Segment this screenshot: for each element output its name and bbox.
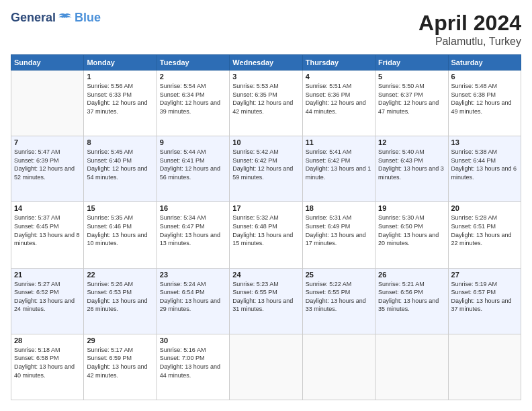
sunrise-text: Sunrise: 5:26 AM: [87, 281, 133, 287]
sunset-text: Sunset: 6:38 PM: [451, 91, 496, 98]
logo-general: General: [11, 11, 56, 25]
sunrise-text: Sunrise: 5:44 AM: [160, 148, 206, 155]
day-info: Sunrise: 5:41 AM Sunset: 6:42 PM Dayligh…: [306, 148, 372, 181]
table-row: 2 Sunrise: 5:54 AM Sunset: 6:34 PM Dayli…: [157, 71, 229, 136]
table-row: 27 Sunrise: 5:19 AM Sunset: 6:57 PM Dayl…: [448, 268, 521, 334]
sunset-text: Sunset: 6:59 PM: [87, 355, 132, 361]
day-number: 9: [160, 138, 226, 146]
sunrise-text: Sunrise: 5:24 AM: [160, 281, 206, 287]
day-info: Sunrise: 5:16 AM Sunset: 7:00 PM Dayligh…: [160, 346, 226, 379]
daylight-text: Daylight: 12 hours and 39 minutes.: [160, 99, 220, 115]
day-info: Sunrise: 5:50 AM Sunset: 6:37 PM Dayligh…: [378, 82, 445, 116]
day-info: Sunrise: 5:30 AM Sunset: 6:50 PM Dayligh…: [378, 214, 445, 247]
sunrise-text: Sunrise: 5:22 AM: [306, 281, 352, 287]
daylight-text: Daylight: 13 hours and 13 minutes.: [160, 232, 220, 247]
daylight-text: Daylight: 13 hours and 29 minutes.: [160, 298, 220, 313]
day-info: Sunrise: 5:56 AM Sunset: 6:33 PM Dayligh…: [87, 82, 153, 116]
sunrise-text: Sunrise: 5:37 AM: [14, 214, 60, 221]
day-info: Sunrise: 5:40 AM Sunset: 6:43 PM Dayligh…: [378, 148, 445, 181]
daylight-text: Daylight: 13 hours and 6 minutes.: [451, 165, 517, 181]
day-number: 27: [451, 271, 518, 279]
daylight-text: Daylight: 13 hours and 26 minutes.: [87, 298, 147, 313]
calendar-week-row: 14 Sunrise: 5:37 AM Sunset: 6:45 PM Dayl…: [11, 202, 521, 268]
table-row: [448, 334, 521, 400]
day-info: Sunrise: 5:47 AM Sunset: 6:39 PM Dayligh…: [14, 148, 81, 181]
day-number: 5: [378, 73, 445, 81]
table-row: [302, 334, 375, 400]
day-info: Sunrise: 5:18 AM Sunset: 6:58 PM Dayligh…: [14, 346, 81, 379]
sunset-text: Sunset: 6:55 PM: [306, 289, 351, 295]
col-thursday: Thursday: [302, 55, 375, 71]
table-row: 13 Sunrise: 5:38 AM Sunset: 6:44 PM Dayl…: [448, 136, 521, 202]
sunrise-text: Sunrise: 5:21 AM: [378, 281, 425, 287]
day-number: 18: [306, 204, 372, 212]
sunrise-text: Sunrise: 5:51 AM: [306, 83, 352, 89]
daylight-text: Daylight: 12 hours and 47 minutes.: [378, 99, 439, 115]
day-number: 1: [87, 73, 153, 81]
sunrise-text: Sunrise: 5:50 AM: [378, 83, 425, 89]
table-row: 3 Sunrise: 5:53 AM Sunset: 6:35 PM Dayli…: [230, 71, 302, 136]
daylight-text: Daylight: 13 hours and 8 minutes.: [14, 232, 80, 247]
day-number: 29: [87, 336, 153, 345]
calendar-week-row: 28 Sunrise: 5:18 AM Sunset: 6:58 PM Dayl…: [11, 334, 521, 400]
calendar-header-row: Sunday Monday Tuesday Wednesday Thursday…: [11, 55, 521, 71]
table-row: 5 Sunrise: 5:50 AM Sunset: 6:37 PM Dayli…: [375, 71, 448, 136]
sunset-text: Sunset: 6:37 PM: [378, 91, 423, 98]
daylight-text: Daylight: 13 hours and 10 minutes.: [87, 232, 147, 247]
logo: General Blue: [11, 11, 101, 25]
sunset-text: Sunset: 6:40 PM: [87, 157, 132, 164]
sunset-text: Sunset: 7:00 PM: [160, 355, 205, 361]
daylight-text: Daylight: 13 hours and 22 minutes.: [451, 232, 512, 247]
sunrise-text: Sunrise: 5:34 AM: [160, 214, 206, 221]
table-row: 14 Sunrise: 5:37 AM Sunset: 6:45 PM Dayl…: [11, 202, 84, 268]
title-block: April 2024 Palamutlu, Turkey: [418, 11, 521, 48]
sunrise-text: Sunrise: 5:54 AM: [160, 83, 206, 89]
daylight-text: Daylight: 12 hours and 56 minutes.: [160, 165, 220, 181]
sunrise-text: Sunrise: 5:28 AM: [451, 214, 498, 221]
daylight-text: Daylight: 12 hours and 59 minutes.: [232, 165, 293, 181]
daylight-text: Daylight: 12 hours and 37 minutes.: [87, 99, 147, 115]
daylight-text: Daylight: 13 hours and 35 minutes.: [378, 298, 439, 313]
daylight-text: Daylight: 13 hours and 3 minutes.: [378, 165, 444, 181]
day-info: Sunrise: 5:21 AM Sunset: 6:56 PM Dayligh…: [378, 280, 445, 314]
sunrise-text: Sunrise: 5:31 AM: [306, 214, 352, 221]
logo-blue: Blue: [75, 11, 101, 25]
day-number: 26: [378, 271, 445, 279]
sunset-text: Sunset: 6:56 PM: [378, 289, 423, 295]
sunset-text: Sunset: 6:41 PM: [160, 157, 205, 164]
day-info: Sunrise: 5:28 AM Sunset: 6:51 PM Dayligh…: [451, 214, 518, 247]
sunrise-text: Sunrise: 5:45 AM: [87, 148, 133, 155]
col-saturday: Saturday: [448, 55, 521, 71]
calendar-table: Sunday Monday Tuesday Wednesday Thursday…: [11, 54, 521, 400]
daylight-text: Daylight: 13 hours and 17 minutes.: [306, 232, 366, 247]
sunset-text: Sunset: 6:46 PM: [87, 223, 132, 230]
header: General Blue April 2024 Palamutlu, Turke…: [11, 11, 521, 48]
sunrise-text: Sunrise: 5:27 AM: [14, 281, 60, 287]
daylight-text: Daylight: 13 hours and 42 minutes.: [87, 363, 147, 379]
sunset-text: Sunset: 6:55 PM: [232, 289, 277, 295]
sunrise-text: Sunrise: 5:41 AM: [306, 148, 352, 155]
day-number: 21: [14, 271, 81, 279]
daylight-text: Daylight: 12 hours and 42 minutes.: [232, 99, 293, 115]
sunrise-text: Sunrise: 5:38 AM: [451, 148, 498, 155]
table-row: 7 Sunrise: 5:47 AM Sunset: 6:39 PM Dayli…: [11, 136, 84, 202]
day-number: 11: [306, 138, 372, 146]
table-row: 20 Sunrise: 5:28 AM Sunset: 6:51 PM Dayl…: [448, 202, 521, 268]
day-info: Sunrise: 5:48 AM Sunset: 6:38 PM Dayligh…: [451, 82, 518, 116]
daylight-text: Daylight: 12 hours and 49 minutes.: [451, 99, 512, 115]
day-number: 14: [14, 204, 81, 212]
title-month-year: April 2024: [418, 11, 521, 36]
sunrise-text: Sunrise: 5:40 AM: [378, 148, 425, 155]
day-number: 13: [451, 138, 518, 146]
sunset-text: Sunset: 6:47 PM: [160, 223, 205, 230]
table-row: [375, 334, 448, 400]
table-row: 1 Sunrise: 5:56 AM Sunset: 6:33 PM Dayli…: [84, 71, 157, 136]
sunrise-text: Sunrise: 5:30 AM: [378, 214, 425, 221]
day-number: 19: [378, 204, 445, 212]
daylight-text: Daylight: 13 hours and 15 minutes.: [232, 232, 293, 247]
calendar-week-row: 21 Sunrise: 5:27 AM Sunset: 6:52 PM Dayl…: [11, 268, 521, 334]
day-info: Sunrise: 5:37 AM Sunset: 6:45 PM Dayligh…: [14, 214, 81, 247]
day-info: Sunrise: 5:45 AM Sunset: 6:40 PM Dayligh…: [87, 148, 153, 181]
day-info: Sunrise: 5:27 AM Sunset: 6:52 PM Dayligh…: [14, 280, 81, 314]
daylight-text: Daylight: 13 hours and 40 minutes.: [14, 363, 75, 379]
